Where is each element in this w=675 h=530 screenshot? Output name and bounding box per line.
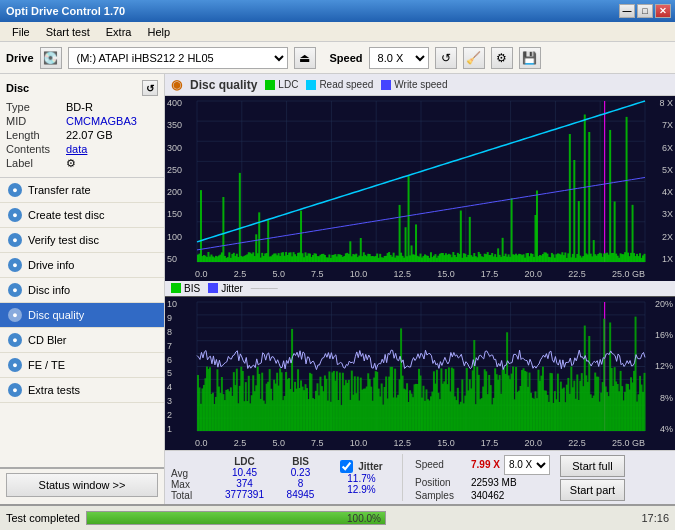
create-test-icon: ● [8, 208, 22, 222]
chart-header: ◉ Disc quality LDC Read speed Write spee… [165, 74, 675, 96]
status-window-button[interactable]: Status window >> [6, 473, 158, 497]
disc-info-label: Disc info [28, 284, 70, 296]
jitter-checkbox[interactable] [340, 460, 353, 473]
window-controls: — □ ✕ [619, 4, 671, 18]
maximize-button[interactable]: □ [637, 4, 653, 18]
erase-button[interactable]: 🧹 [463, 47, 485, 69]
legend-bis: BIS [171, 283, 200, 294]
position-row: Position 22593 MB [415, 477, 550, 488]
max-label: Max [171, 479, 211, 490]
legend-write-speed: Write speed [381, 79, 447, 90]
speed-select2[interactable]: 8.0 X [504, 455, 550, 475]
chart-container: 400 350 300 250 200 150 100 50 8 X 7X 6X… [165, 96, 675, 450]
position-label: Position [415, 477, 467, 488]
position-val: 22593 MB [471, 477, 517, 488]
legend-write-speed-label: Write speed [394, 79, 447, 90]
bis-avg: 0.23 [278, 467, 323, 478]
menu-extra[interactable]: Extra [98, 24, 140, 40]
ldc-header: LDC [217, 456, 272, 467]
speed-select[interactable]: 8.0 X [369, 47, 429, 69]
disc-type-val: BD-R [66, 101, 93, 113]
jitter-max: 12.9% [329, 484, 394, 495]
menu-help[interactable]: Help [139, 24, 178, 40]
start-full-button[interactable]: Start full [560, 455, 625, 477]
sidebar-item-disc-info[interactable]: ● Disc info [0, 278, 164, 303]
disc-refresh-icon[interactable]: ↺ [142, 80, 158, 96]
status-bar: Test completed 100.0% 17:16 [0, 504, 675, 530]
sidebar-item-fe-te[interactable]: ● FE / TE [0, 353, 164, 378]
disc-label-icon[interactable]: ⚙ [66, 157, 76, 170]
menu-file[interactable]: File [4, 24, 38, 40]
jitter-header: Jitter [358, 461, 382, 472]
progress-bar-fill [87, 512, 385, 524]
progress-text: 100.0% [347, 512, 381, 526]
close-button[interactable]: ✕ [655, 4, 671, 18]
top-y-axis-right: 8 X 7X 6X 5X 4X 3X 2X 1X [647, 96, 675, 266]
chart-icon: ◉ [171, 77, 182, 92]
bottom-x-axis: 0.0 2.5 5.0 7.5 10.0 12.5 15.0 17.5 20.0… [165, 436, 675, 450]
time-display: 17:16 [641, 512, 669, 524]
fe-te-icon: ● [8, 358, 22, 372]
disc-info-panel: Disc ↺ Type BD-R MID CMCMAGBA3 Length 22… [0, 74, 164, 178]
disc-type-key: Type [6, 101, 66, 113]
action-buttons: Start full Start part [560, 455, 625, 501]
disc-label-row: Label ⚙ [6, 156, 158, 171]
chart-top: 400 350 300 250 200 150 100 50 8 X 7X 6X… [165, 96, 675, 267]
drive-bar: Drive 💽 (M:) ATAPI iHBS212 2 HL05 ⏏ Spee… [0, 42, 675, 74]
stats-bar: Avg Max Total LDC 10.45 374 3777391 BIS … [165, 450, 675, 504]
disc-contents-val[interactable]: data [66, 143, 87, 155]
legend-bis-dot [171, 283, 181, 293]
minimize-button[interactable]: — [619, 4, 635, 18]
drive-info-icon: ● [8, 258, 22, 272]
menu-start-test[interactable]: Start test [38, 24, 98, 40]
verify-test-icon: ● [8, 233, 22, 247]
speed-row-val: 7.99 X [471, 459, 500, 470]
disc-label-key: Label [6, 157, 66, 170]
extra-tests-label: Extra tests [28, 384, 80, 396]
samples-val: 340462 [471, 490, 504, 501]
legend-ldc-dot [265, 80, 275, 90]
legend-ldc: LDC [265, 79, 298, 90]
status-section: Status window >> [0, 467, 164, 504]
content-area: ◉ Disc quality LDC Read speed Write spee… [165, 74, 675, 504]
disc-length-row: Length 22.07 GB [6, 128, 158, 142]
top-chart-canvas [165, 96, 675, 267]
top-x-axis: 0.0 2.5 5.0 7.5 10.0 12.5 15.0 17.5 20.0… [165, 267, 675, 281]
legend-write-speed-dot [381, 80, 391, 90]
sidebar-item-cd-bler[interactable]: ● CD Bler [0, 328, 164, 353]
disc-quality-label: Disc quality [28, 309, 84, 321]
sidebar-item-verify-test-disc[interactable]: ● Verify test disc [0, 228, 164, 253]
disc-length-val: 22.07 GB [66, 129, 112, 141]
sidebar-item-extra-tests[interactable]: ● Extra tests [0, 378, 164, 403]
start-part-button[interactable]: Start part [560, 479, 625, 501]
top-y-axis-left: 400 350 300 250 200 150 100 50 [165, 96, 195, 266]
disc-quality-icon: ● [8, 308, 22, 322]
disc-info-icon: ● [8, 283, 22, 297]
sidebar-item-disc-quality[interactable]: ● Disc quality [0, 303, 164, 328]
eject-button[interactable]: ⏏ [294, 47, 316, 69]
menu-bar: File Start test Extra Help [0, 22, 675, 42]
ldc-total: 3777391 [217, 489, 272, 500]
samples-row: Samples 340462 [415, 490, 550, 501]
disc-type-row: Type BD-R [6, 100, 158, 114]
options-button[interactable]: ⚙ [491, 47, 513, 69]
verify-test-label: Verify test disc [28, 234, 99, 246]
jitter-header-row: Jitter [329, 460, 394, 473]
bottom-chart-canvas [165, 297, 675, 436]
stats-labels-col: Avg Max Total [171, 454, 211, 501]
drive-select[interactable]: (M:) ATAPI iHBS212 2 HL05 [68, 47, 288, 69]
refresh-button[interactable]: ↺ [435, 47, 457, 69]
disc-contents-row: Contents data [6, 142, 158, 156]
legend-jitter: Jitter [208, 283, 243, 294]
ldc-avg: 10.45 [217, 467, 272, 478]
save-button[interactable]: 💾 [519, 47, 541, 69]
total-label: Total [171, 490, 211, 501]
sidebar-item-create-test-disc[interactable]: ● Create test disc [0, 203, 164, 228]
avg-label: Avg [171, 468, 211, 479]
disc-length-key: Length [6, 129, 66, 141]
sidebar-item-transfer-rate[interactable]: ● Transfer rate [0, 178, 164, 203]
sidebar-item-drive-info[interactable]: ● Drive info [0, 253, 164, 278]
bottom-y-axis-left: 10 9 8 7 6 5 4 3 2 1 [165, 297, 195, 436]
app-title: Opti Drive Control 1.70 [6, 5, 125, 17]
disc-mid-val: CMCMAGBA3 [66, 115, 137, 127]
